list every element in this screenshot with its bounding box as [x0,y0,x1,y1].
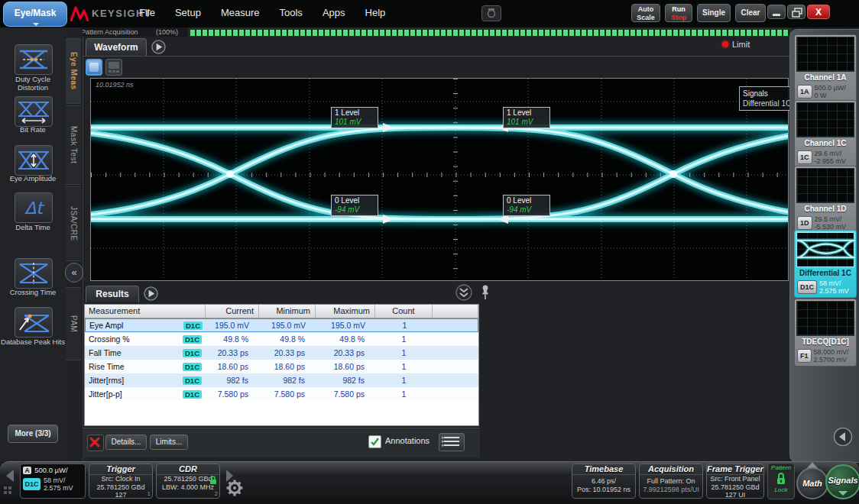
tile-title: Channel 1D [795,205,856,214]
menu-file[interactable]: File [139,7,155,18]
restore-button[interactable] [787,5,806,19]
split-display-button[interactable] [105,59,122,76]
channel-1c-tile[interactable]: Channel 1C 1C 29.6 mV/-2.955 mV [794,100,857,168]
settings-button[interactable] [226,480,243,496]
run-stop-button[interactable]: Run Stop [665,4,692,22]
database-peak-hits-button[interactable] [15,307,53,338]
pattern-label: Pattern [768,464,794,471]
delta-time-button[interactable]: Δt [15,192,53,223]
details-button[interactable]: Details... [105,435,147,450]
limits-button[interactable]: Limits... [150,435,188,450]
eye-amplitude-label: Eye Amplitude [0,174,66,183]
checkmark-icon [370,437,380,447]
scroll-sources-left-button[interactable] [3,467,17,484]
close-icon: X [815,7,822,18]
col-maximum[interactable]: Maximum [316,305,375,318]
single-button[interactable]: Single [697,4,731,22]
waveform-menu-button[interactable] [151,40,166,54]
panel-collapse-button[interactable] [833,427,853,447]
channel-badge: D1C [797,280,817,294]
table-row[interactable]: Jitter[rms] D1C 982 fs 982 fs 982 fs 1 [85,373,478,387]
frame-trigger-rate: 25.781250 GBd [707,483,763,492]
row-current: 18.60 ps [206,362,259,371]
delta-time-icon: Δt [17,195,50,220]
row-name: Fall Time [85,348,183,357]
channel-1a-tile[interactable]: Channel 1A 1A 500.0 µW/0 W [794,34,857,102]
trigger-title: Trigger [89,464,152,475]
math-button[interactable]: Math [796,467,828,499]
table-row[interactable]: Fall Time D1C 20.33 ps 20.33 ps 20.33 ps… [85,346,478,360]
row-minimum: 18.60 ps [259,362,316,371]
col-minimum[interactable]: Minimum [259,305,316,318]
more-measurements-button[interactable]: More (3/3) [8,425,58,443]
trigger-source: Src: Clock In [89,475,152,483]
results-tab[interactable]: Results [86,286,139,302]
bit-rate-label: Bit Rate [0,125,66,134]
channel-1d-tile[interactable]: Channel 1D 1D 29.5 mV/-5.530 mV [794,166,857,234]
cdr-panel[interactable]: CDR 25.781250 GBd LBW: 4.000 MHz 2 [156,464,220,499]
table-row[interactable]: Eye Ampl D1C 195.0 mV 195.0 mV 195.0 mV … [85,318,478,332]
single-display-button[interactable] [86,59,102,76]
pattern-lock-indicator[interactable]: Pattern Lock [767,463,795,499]
acquisition-panel[interactable]: Acquisition Full Pattern: On 7.99212598 … [639,464,703,499]
eye-diagram-plot [91,79,788,280]
database-peak-hits-icon [17,310,50,334]
minimize-icon [773,14,780,16]
duty-cycle-distortion-button[interactable] [15,44,53,75]
row-maximum: 18.60 ps [316,362,375,371]
collapse-panel-button[interactable]: « [65,263,83,283]
signal-thumbnails-panel: Channel 1A 1A 500.0 µW/0 W Channel 1C 1C… [789,29,859,463]
delete-measurement-button[interactable] [87,435,104,451]
results-pin-button[interactable] [480,284,491,301]
results-menu-button[interactable] [144,286,158,301]
differential-1c-tile[interactable]: Differential 1C D1C 58 mV/2.575 mV [794,230,857,298]
arrow-left-circle-icon [833,427,853,447]
tab-eye-meas[interactable]: Eye Meas [66,38,81,104]
results-collapse-button[interactable] [455,284,472,301]
camera-icon [482,6,501,21]
table-layout-button[interactable] [439,433,465,451]
zero-level-value: -94 mV [507,205,546,215]
tdecq-function-tile[interactable]: TDECQ[D1C] F1 58.000 mV/2.5700 mV [794,299,857,367]
col-current[interactable]: Current [206,305,259,318]
source-badge: D1C [183,376,202,385]
tile-scale: 29.6 mV/ [815,150,847,157]
cdr-rate: 25.781250 GBd [164,475,212,483]
clear-button[interactable]: Clear [735,4,766,22]
menu-measure[interactable]: Measure [221,7,260,18]
trigger-panel[interactable]: Trigger Src: Clock In 25.781250 GBd 127 … [89,464,153,499]
menu-tools[interactable]: Tools [280,7,303,18]
col-measurement[interactable]: Measurement [85,305,206,318]
active-source-panel[interactable]: A 500.0 µW/ D1C 58 mV/ 2.575 mV [20,464,86,499]
col-count[interactable]: Count [375,305,433,318]
annotations-checkbox[interactable] [368,435,381,448]
minimize-button[interactable] [767,5,786,19]
annotations-label: Annotations [385,436,430,445]
table-row[interactable]: Jitter[p-p] D1C 7.580 ps 7.580 ps 7.580 … [85,387,478,401]
menu-apps[interactable]: Apps [323,7,345,18]
screenshot-button[interactable] [481,5,501,21]
source-grid-icon[interactable] [3,486,17,496]
crossing-time-button[interactable] [15,258,53,289]
database-peak-hits-label: Database Peak Hits [0,338,66,346]
menu-help[interactable]: Help [365,7,386,18]
waveform-tab[interactable]: Waveform [86,38,147,56]
tab-pam[interactable]: PAM [66,287,81,360]
table-row[interactable]: Crossing % D1C 49.8 % 49.8 % 49.8 % 1 [85,332,478,346]
close-button[interactable]: X [807,5,830,19]
bit-rate-button[interactable] [15,96,53,127]
table-row[interactable]: Rise Time D1C 18.60 ps 18.60 ps 18.60 ps… [85,360,478,373]
tile-scale: 58.000 mV/ [814,348,849,356]
menu-setup[interactable]: Setup [175,7,201,18]
auto-scale-button[interactable]: Auto Scale [631,4,660,22]
timebase-panel[interactable]: Timebase 6.46 ps/ Pos: 10.01952 ns [572,464,636,499]
eye-amplitude-button[interactable] [15,145,53,176]
mode-menu-button[interactable]: Eye/Mask [3,2,67,27]
signals-button[interactable]: Signals [825,464,859,499]
tab-mask-test[interactable]: Mask Test [66,105,81,185]
frame-trigger-panel[interactable]: Frame Trigger Src: Front Panel 25.781250… [706,464,764,499]
keysight-spark-icon [70,6,89,21]
row-name: Rise Time [85,362,183,371]
tab-jsa-cre[interactable]: JSA/CRE [66,186,81,261]
acquisition-title: Acquisition [640,464,702,475]
